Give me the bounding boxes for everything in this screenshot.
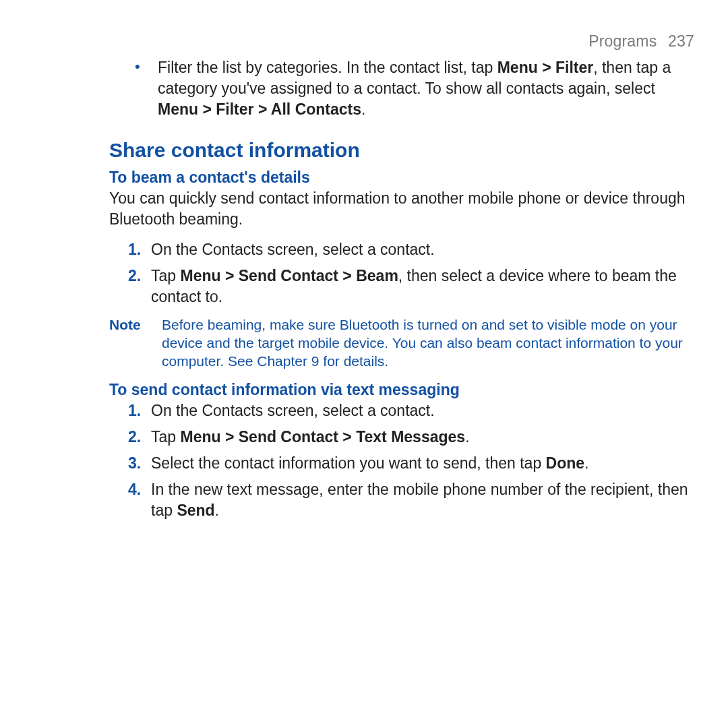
page-header: Programs 237 — [109, 32, 694, 51]
step-number: 1. — [128, 239, 151, 260]
list-item: 4. In the new text message, enter the mo… — [128, 479, 694, 521]
list-item: 3. Select the contact information you wa… — [128, 453, 694, 474]
intro-bullet: • Filter the list by categories. In the … — [135, 57, 694, 120]
beam-steps: 1. On the Contacts screen, select a cont… — [109, 239, 694, 307]
step-text: Tap Menu > Send Contact > Beam, then sel… — [151, 266, 694, 307]
step-pre: Select the contact information you want … — [151, 454, 546, 472]
note-text: Before beaming, make sure Bluetooth is t… — [162, 315, 694, 370]
step-bold: Menu > Send Contact > Beam — [180, 267, 398, 284]
header-page-number: 237 — [668, 32, 694, 50]
step-text: On the Contacts screen, select a contact… — [151, 400, 435, 421]
step-bold: Done — [546, 454, 585, 472]
section-title: Share contact information — [109, 139, 694, 162]
sms-subtitle: To send contact information via text mes… — [109, 381, 694, 399]
intro-bullet-post: . — [361, 100, 365, 118]
note-block: Note Before beaming, make sure Bluetooth… — [109, 315, 694, 370]
note-label: Note — [109, 315, 162, 370]
intro-bullet-pre: Filter the list by categories. In the co… — [158, 59, 497, 76]
step-number: 3. — [128, 453, 151, 474]
step-number: 2. — [128, 427, 151, 448]
step-pre: Tap — [151, 267, 180, 284]
step-pre: On the Contacts screen, select a contact… — [151, 241, 435, 258]
step-text: Select the contact information you want … — [151, 453, 588, 474]
beam-subtitle: To beam a contact's details — [109, 169, 694, 187]
step-text: In the new text message, enter the mobil… — [151, 479, 694, 521]
step-number: 4. — [128, 479, 151, 521]
step-post: . — [584, 454, 588, 472]
step-pre: Tap — [151, 428, 180, 446]
step-pre: On the Contacts screen, select a contact… — [151, 402, 435, 419]
beam-intro: You can quickly send contact information… — [109, 188, 694, 230]
step-bold: Send — [177, 502, 214, 519]
step-bold: Menu > Send Contact > Text Messages — [180, 428, 465, 446]
list-item: 1. On the Contacts screen, select a cont… — [128, 239, 694, 260]
step-text: Tap Menu > Send Contact > Text Messages. — [151, 427, 470, 448]
intro-bullet-bold2: Menu > Filter > All Contacts — [158, 100, 361, 118]
list-item: 1. On the Contacts screen, select a cont… — [128, 400, 694, 421]
step-post: . — [465, 428, 469, 446]
document-page: Programs 237 • Filter the list by catego… — [0, 0, 728, 728]
step-text: On the Contacts screen, select a contact… — [151, 239, 435, 260]
bullet-icon: • — [135, 57, 158, 120]
intro-bullet-text: Filter the list by categories. In the co… — [158, 57, 694, 120]
step-pre: In the new text message, enter the mobil… — [151, 481, 688, 519]
header-section-name: Programs — [588, 32, 657, 50]
list-item: 2. Tap Menu > Send Contact > Text Messag… — [128, 427, 694, 448]
list-item: 2. Tap Menu > Send Contact > Beam, then … — [128, 266, 694, 307]
step-post: . — [215, 502, 219, 519]
sms-steps: 1. On the Contacts screen, select a cont… — [109, 400, 694, 521]
step-number: 1. — [128, 400, 151, 421]
intro-bullet-bold1: Menu > Filter — [497, 59, 594, 76]
step-number: 2. — [128, 266, 151, 307]
